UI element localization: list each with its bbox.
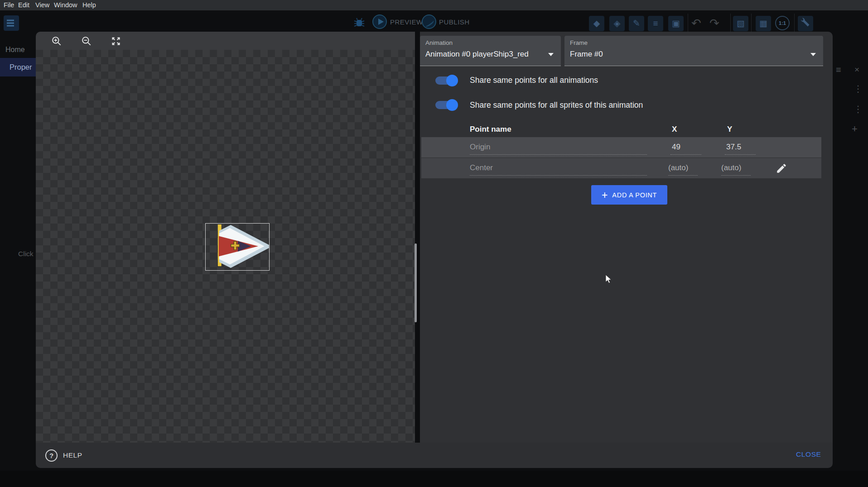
menu-file[interactable]: File	[4, 1, 14, 9]
toolbar-separator	[751, 14, 752, 33]
events-sheet-icon[interactable]: ≡	[648, 16, 663, 31]
menu-view[interactable]: View	[35, 1, 49, 9]
share-points-all-animations-toggle[interactable]	[434, 74, 458, 87]
animation-select-value: Animation #0 playerShip3_red	[425, 50, 529, 59]
more-options-icon[interactable]: ⋮	[854, 104, 863, 115]
menu-bar: File Edit View Window Help	[0, 0, 868, 10]
toolbar-separator	[794, 14, 795, 33]
share-points-all-sprites-toggle[interactable]	[434, 99, 458, 111]
point-x-field[interactable]: 49	[672, 143, 680, 152]
grid-icon[interactable]: ▦	[756, 16, 771, 31]
toggle-thumb	[446, 99, 458, 111]
column-header-y: Y	[727, 125, 732, 134]
field-underline	[470, 154, 647, 155]
sprite-player-ship	[206, 224, 269, 270]
menu-help[interactable]: Help	[82, 1, 96, 9]
point-row-center[interactable]: Center (auto) (auto)	[421, 158, 821, 178]
toolbar-separator	[688, 14, 688, 33]
preview-scrollbar-thumb[interactable]	[415, 244, 417, 322]
column-header-x: X	[672, 125, 677, 134]
frame-select-label: Frame	[570, 39, 588, 46]
plus-icon: +	[602, 191, 608, 200]
field-underline	[725, 154, 756, 155]
layers-icon[interactable]: ▣	[668, 16, 684, 31]
menu-window[interactable]: Window	[54, 1, 77, 9]
point-y-field[interactable]: (auto)	[721, 163, 741, 172]
zoom-ratio-icon[interactable]: 1:1	[775, 16, 790, 30]
column-header-point-name: Point name	[470, 125, 511, 134]
field-underline	[668, 175, 698, 176]
add-icon[interactable]: +	[852, 123, 858, 135]
preview-icon[interactable]	[372, 14, 387, 29]
project-manager-icon[interactable]	[4, 15, 19, 31]
redo-icon[interactable]: ↷	[709, 15, 719, 31]
chevron-down-icon	[548, 53, 554, 56]
share-points-all-animations-label: Share same points for all animations	[470, 76, 598, 85]
toggle-thumb	[446, 75, 458, 86]
help-button[interactable]: ? HELP	[45, 448, 82, 463]
sprite-selection-box[interactable]	[205, 223, 270, 271]
tab-properties[interactable]: Proper	[0, 58, 36, 76]
point-row-origin[interactable]: Origin 49 37.5	[421, 137, 821, 158]
field-underline	[670, 154, 701, 155]
point-name-field[interactable]: Origin	[470, 143, 490, 152]
chevron-down-icon	[810, 53, 816, 56]
toolbar-separator	[730, 14, 731, 33]
point-name-field[interactable]: Center	[470, 163, 493, 172]
more-options-icon[interactable]: ⋮	[854, 83, 863, 94]
publish-button[interactable]: PUBLISH	[439, 18, 470, 26]
tab-home[interactable]: Home	[5, 46, 25, 54]
help-label: HELP	[63, 451, 82, 459]
add-a-point-button[interactable]: + ADD A POINT	[591, 185, 667, 205]
close-panel-icon[interactable]: ×	[854, 65, 859, 75]
pencil-icon	[776, 162, 787, 174]
status-bar: 677,299	[0, 471, 868, 487]
tab-properties-label: Proper	[10, 63, 32, 72]
preview-button[interactable]: PREVIEW	[390, 18, 423, 26]
zoom-out-icon[interactable]	[81, 35, 92, 47]
field-underline	[470, 175, 647, 176]
close-button[interactable]: CLOSE	[796, 450, 821, 458]
edit-point-button[interactable]	[776, 160, 792, 177]
dialog-actions-bar: ? HELP CLOSE	[36, 443, 833, 468]
edit-scene-icon[interactable]: ✎	[629, 16, 644, 31]
frame-select[interactable]: Frame Frame #0	[564, 36, 823, 66]
publish-icon[interactable]	[422, 14, 436, 29]
share-points-all-sprites-label: Share same points for all sprites of thi…	[470, 100, 643, 110]
preview-zoom-toolbar	[36, 32, 415, 50]
animation-select-label: Animation	[425, 39, 453, 46]
help-icon: ?	[45, 449, 58, 462]
point-x-field[interactable]: (auto)	[668, 163, 688, 172]
zoom-in-icon[interactable]	[51, 35, 63, 47]
point-y-field[interactable]: 37.5	[726, 143, 741, 152]
animation-select[interactable]: Animation Animation #0 playerShip3_red	[420, 36, 561, 66]
fit-to-screen-icon[interactable]	[110, 35, 122, 47]
object-icon[interactable]: ◆	[589, 16, 604, 31]
instance-tools-icon[interactable]	[798, 16, 813, 31]
mouse-cursor	[605, 274, 615, 284]
mask-icon[interactable]: ▧	[733, 16, 748, 31]
points-panel: Animation Animation #0 playerShip3_red F…	[420, 32, 833, 443]
menu-edit[interactable]: Edit	[18, 1, 29, 9]
objects-group-icon[interactable]: ◈	[609, 16, 625, 31]
debugger-icon[interactable]	[353, 16, 366, 29]
add-a-point-label: ADD A POINT	[612, 191, 657, 199]
frame-select-value: Frame #0	[570, 50, 603, 59]
canvas-hint-text: Click	[18, 250, 34, 258]
undo-icon[interactable]: ↶	[691, 15, 701, 31]
field-underline	[721, 175, 751, 176]
sprite-preview-canvas[interactable]	[36, 50, 415, 443]
filter-icon[interactable]: ≡	[836, 65, 841, 75]
